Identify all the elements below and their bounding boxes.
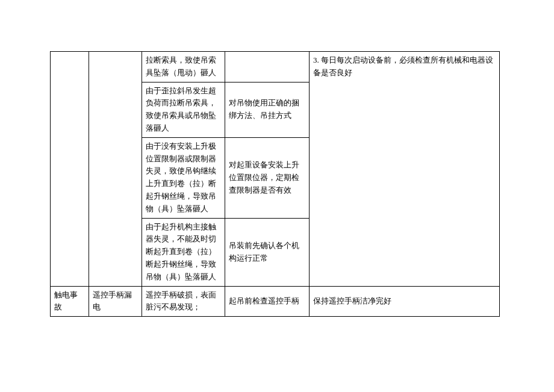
cell-control (225, 52, 310, 82)
cell-control: 起吊前检查遥控手柄 (225, 286, 310, 317)
cell-cause: 由于没有安装上升极位置限制器或限制器失灵，致使吊钩继续上升直到卷（拉）断起升钢丝… (142, 137, 225, 218)
cell-control: 对起重设备安装上升位置限位器，定期检查限制器是否有效 (225, 137, 310, 218)
cell-col2 (89, 52, 142, 287)
document-page: 拉断索具，致使吊索具坠落（甩动）砸人 3. 每日每次启动设备前，必须检查所有机械… (0, 51, 554, 392)
table-row: 触电事故 遥控手柄漏电 遥控手柄破损，表面脏污不易发现； 起吊前检查遥控手柄 保… (51, 286, 500, 317)
cell-cause: 由于起升机构主接触器失灵，不能及时切断起升直到卷（拉）断起升钢丝绳，导致吊物（具… (142, 218, 225, 286)
table-row: 拉断索具，致使吊索具坠落（甩动）砸人 3. 每日每次启动设备前，必须检查所有机械… (51, 52, 500, 82)
cell-accident-type: 触电事故 (51, 286, 89, 317)
cell-cause: 拉断索具，致使吊索具坠落（甩动）砸人 (142, 52, 225, 82)
cell-hazard: 遥控手柄漏电 (89, 286, 142, 317)
cell-note: 3. 每日每次启动设备前，必须检查所有机械和电器设备是否良好 (310, 52, 500, 287)
safety-table: 拉断索具，致使吊索具坠落（甩动）砸人 3. 每日每次启动设备前，必须检查所有机械… (50, 51, 500, 317)
cell-note: 保持遥控手柄洁净完好 (310, 286, 500, 317)
cell-col1 (51, 52, 89, 287)
cell-control: 吊装前先确认各个机构运行正常 (225, 218, 310, 286)
cell-cause: 由于歪拉斜吊发生超负荷而拉断吊索具，致使吊索具或吊物坠落砸人 (142, 82, 225, 137)
cell-cause: 遥控手柄破损，表面脏污不易发现； (142, 286, 225, 317)
cell-control: 对吊物使用正确的捆绑方法、吊挂方式 (225, 82, 310, 137)
